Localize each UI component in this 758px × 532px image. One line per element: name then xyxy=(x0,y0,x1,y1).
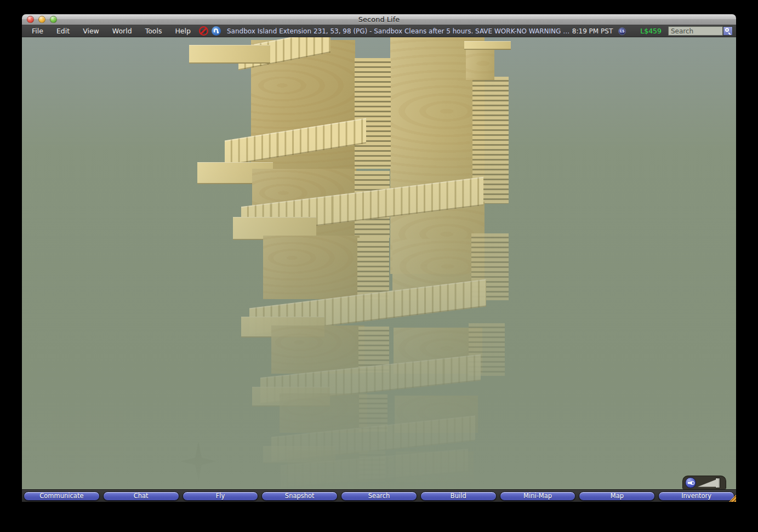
volume-control[interactable] xyxy=(682,476,726,489)
speaker-button[interactable] xyxy=(685,477,696,488)
linden-dollar-icon[interactable]: L$ xyxy=(618,27,626,35)
volume-ramp[interactable] xyxy=(698,479,719,487)
scene-wall xyxy=(271,325,364,374)
snapshot-button[interactable]: Snapshot xyxy=(261,491,338,501)
speaker-icon xyxy=(688,481,692,485)
inventory-button[interactable]: Inventory xyxy=(658,491,734,501)
clock-label: 8:19 PM PST xyxy=(572,27,613,35)
search-input[interactable] xyxy=(668,26,723,36)
voice-muted-icon[interactable] xyxy=(199,26,208,36)
region-status-text[interactable]: Sandbox Island Extension 231, 53, 98 (PG… xyxy=(227,27,572,35)
bottom-toolbar: Communicate Chat Fly Snapshot Search Bui… xyxy=(22,489,736,502)
scene-ghost xyxy=(321,415,381,487)
balance-label[interactable]: L$459 xyxy=(640,27,662,35)
speaker-wave-icon xyxy=(692,481,694,485)
fly-button[interactable]: Fly xyxy=(183,491,259,501)
scene-platform xyxy=(189,45,270,64)
scene-steps-h xyxy=(357,238,389,299)
search-go-button[interactable] xyxy=(723,26,733,36)
mic-dot xyxy=(217,31,219,33)
voice-chat-icon[interactable] xyxy=(212,26,221,36)
mini-map-button[interactable]: Mini-Map xyxy=(500,491,576,501)
menu-view[interactable]: View xyxy=(76,26,106,36)
scene-ghost xyxy=(52,410,123,487)
menubar: File Edit View World Tools Help Sandbox … xyxy=(22,25,736,37)
scene-wall2 xyxy=(466,50,494,80)
chat-button[interactable]: Chat xyxy=(103,491,179,501)
scene-steps-h xyxy=(355,58,391,169)
communicate-button[interactable]: Communicate xyxy=(24,491,100,501)
map-button[interactable]: Map xyxy=(579,491,655,501)
menu-file[interactable]: File xyxy=(25,26,50,36)
scene-shapes xyxy=(22,37,736,489)
scene-star xyxy=(180,442,216,481)
menu-tools[interactable]: Tools xyxy=(139,26,169,36)
magnifier-icon xyxy=(725,28,729,32)
titlebar: Second Life xyxy=(22,14,736,25)
magnifier-handle xyxy=(728,32,731,35)
search-button[interactable]: Search xyxy=(341,491,417,501)
menu-world[interactable]: World xyxy=(106,26,139,36)
build-button[interactable]: Build xyxy=(420,491,497,501)
window-title: Second Life xyxy=(22,15,736,24)
world-viewport[interactable] xyxy=(22,37,736,489)
menu-edit[interactable]: Edit xyxy=(50,26,76,36)
second-life-window: Second Life File Edit View World Tools H… xyxy=(22,14,736,502)
scene-platform xyxy=(464,41,511,50)
scene-wall xyxy=(263,236,360,299)
menu-help[interactable]: Help xyxy=(168,26,197,36)
